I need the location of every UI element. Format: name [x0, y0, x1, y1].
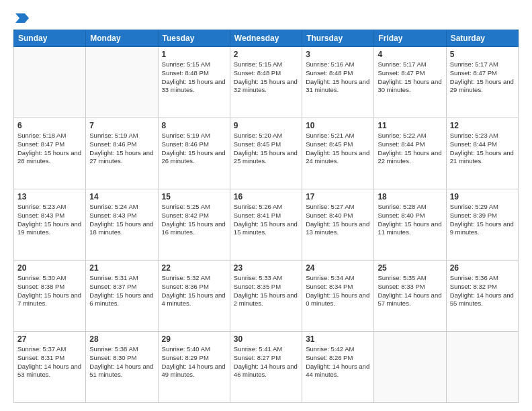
cell-info: Sunrise: 5:35 AMSunset: 8:33 PMDaylight:…	[378, 274, 442, 308]
cell-info: Sunrise: 5:17 AMSunset: 8:47 PMDaylight:…	[378, 60, 442, 95]
day-number: 19	[450, 192, 515, 201]
cell-info: Sunrise: 5:25 AMSunset: 8:42 PMDaylight:…	[162, 203, 226, 237]
day-number: 27	[17, 334, 82, 344]
calendar-cell: 22Sunrise: 5:32 AMSunset: 8:36 PMDayligh…	[158, 261, 230, 332]
calendar-cell: 4Sunrise: 5:17 AMSunset: 8:47 PMDaylight…	[374, 47, 446, 118]
day-number: 9	[234, 121, 298, 130]
cell-info: Sunrise: 5:40 AMSunset: 8:29 PMDaylight:…	[162, 345, 226, 379]
day-number: 4	[378, 50, 442, 59]
cell-info: Sunrise: 5:28 AMSunset: 8:40 PMDaylight:…	[378, 203, 442, 237]
calendar-cell: 28Sunrise: 5:38 AMSunset: 8:30 PMDayligh…	[86, 332, 158, 403]
day-number: 10	[306, 121, 370, 130]
calendar-cell: 16Sunrise: 5:26 AMSunset: 8:41 PMDayligh…	[230, 189, 302, 261]
calendar-cell: 19Sunrise: 5:29 AMSunset: 8:39 PMDayligh…	[446, 189, 518, 261]
calendar-cell: 24Sunrise: 5:34 AMSunset: 8:34 PMDayligh…	[302, 261, 374, 332]
cell-info: Sunrise: 5:31 AMSunset: 8:37 PMDaylight:…	[89, 274, 154, 308]
day-number: 22	[162, 263, 226, 273]
calendar-cell	[374, 332, 446, 403]
cell-info: Sunrise: 5:18 AMSunset: 8:47 PMDaylight:…	[17, 132, 82, 166]
weekday-header-thursday: Thursday	[302, 30, 374, 47]
calendar-cell: 12Sunrise: 5:23 AMSunset: 8:44 PMDayligh…	[446, 118, 518, 189]
day-number: 1	[162, 50, 226, 59]
cell-info: Sunrise: 5:33 AMSunset: 8:35 PMDaylight:…	[234, 274, 298, 308]
day-number: 20	[17, 263, 82, 273]
day-number: 8	[162, 121, 226, 130]
weekday-header-tuesday: Tuesday	[158, 30, 230, 47]
calendar-cell: 18Sunrise: 5:28 AMSunset: 8:40 PMDayligh…	[374, 189, 446, 261]
calendar-week-3: 13Sunrise: 5:23 AMSunset: 8:43 PMDayligh…	[14, 189, 519, 261]
day-number: 12	[450, 121, 515, 130]
weekday-header-monday: Monday	[86, 30, 158, 47]
cell-info: Sunrise: 5:22 AMSunset: 8:44 PMDaylight:…	[378, 132, 442, 166]
calendar-cell: 6Sunrise: 5:18 AMSunset: 8:47 PMDaylight…	[14, 118, 86, 189]
cell-info: Sunrise: 5:34 AMSunset: 8:34 PMDaylight:…	[306, 274, 370, 308]
logo-arrow-icon	[15, 12, 29, 24]
cell-info: Sunrise: 5:20 AMSunset: 8:45 PMDaylight:…	[234, 132, 298, 166]
calendar-table: SundayMondayTuesdayWednesdayThursdayFrid…	[13, 30, 519, 403]
day-number: 31	[306, 334, 370, 344]
weekday-header-wednesday: Wednesday	[230, 30, 302, 47]
day-number: 7	[89, 121, 154, 130]
day-number: 17	[306, 192, 370, 201]
calendar-cell: 3Sunrise: 5:16 AMSunset: 8:48 PMDaylight…	[302, 47, 374, 118]
calendar-cell: 17Sunrise: 5:27 AMSunset: 8:40 PMDayligh…	[302, 189, 374, 261]
cell-info: Sunrise: 5:19 AMSunset: 8:46 PMDaylight:…	[162, 132, 226, 166]
cell-info: Sunrise: 5:36 AMSunset: 8:32 PMDaylight:…	[450, 274, 515, 308]
calendar-cell: 31Sunrise: 5:42 AMSunset: 8:26 PMDayligh…	[302, 332, 374, 403]
day-number: 25	[378, 263, 442, 273]
calendar-cell: 7Sunrise: 5:19 AMSunset: 8:46 PMDaylight…	[86, 118, 158, 189]
weekday-header-friday: Friday	[374, 30, 446, 47]
calendar-cell: 13Sunrise: 5:23 AMSunset: 8:43 PMDayligh…	[14, 189, 86, 261]
cell-info: Sunrise: 5:30 AMSunset: 8:38 PMDaylight:…	[17, 274, 82, 308]
cell-info: Sunrise: 5:15 AMSunset: 8:48 PMDaylight:…	[234, 60, 298, 95]
calendar-cell: 20Sunrise: 5:30 AMSunset: 8:38 PMDayligh…	[14, 261, 86, 332]
day-number: 5	[450, 50, 515, 59]
day-number: 28	[89, 334, 154, 344]
cell-info: Sunrise: 5:15 AMSunset: 8:48 PMDaylight:…	[162, 60, 226, 95]
cell-info: Sunrise: 5:17 AMSunset: 8:47 PMDaylight:…	[450, 60, 515, 95]
calendar-cell: 10Sunrise: 5:21 AMSunset: 8:45 PMDayligh…	[302, 118, 374, 189]
cell-info: Sunrise: 5:41 AMSunset: 8:27 PMDaylight:…	[234, 345, 298, 379]
calendar-cell: 2Sunrise: 5:15 AMSunset: 8:48 PMDaylight…	[230, 47, 302, 118]
cell-info: Sunrise: 5:42 AMSunset: 8:26 PMDaylight:…	[306, 345, 370, 379]
cell-info: Sunrise: 5:24 AMSunset: 8:43 PMDaylight:…	[89, 203, 154, 237]
calendar-cell: 25Sunrise: 5:35 AMSunset: 8:33 PMDayligh…	[374, 261, 446, 332]
day-number: 14	[89, 192, 154, 201]
page: SundayMondayTuesdayWednesdayThursdayFrid…	[0, 0, 532, 411]
day-number: 11	[378, 121, 442, 130]
logo	[13, 11, 29, 23]
day-number: 29	[162, 334, 226, 344]
calendar-cell: 27Sunrise: 5:37 AMSunset: 8:31 PMDayligh…	[14, 332, 86, 403]
day-number: 23	[234, 263, 298, 273]
day-number: 30	[234, 334, 298, 344]
cell-info: Sunrise: 5:37 AMSunset: 8:31 PMDaylight:…	[17, 345, 82, 379]
day-number: 16	[234, 192, 298, 201]
calendar-week-2: 6Sunrise: 5:18 AMSunset: 8:47 PMDaylight…	[14, 118, 519, 189]
calendar-cell: 23Sunrise: 5:33 AMSunset: 8:35 PMDayligh…	[230, 261, 302, 332]
cell-info: Sunrise: 5:21 AMSunset: 8:45 PMDaylight:…	[306, 132, 370, 166]
cell-info: Sunrise: 5:26 AMSunset: 8:41 PMDaylight:…	[234, 203, 298, 237]
day-number: 26	[450, 263, 515, 273]
cell-info: Sunrise: 5:16 AMSunset: 8:48 PMDaylight:…	[306, 60, 370, 95]
day-number: 2	[234, 50, 298, 59]
calendar-cell: 11Sunrise: 5:22 AMSunset: 8:44 PMDayligh…	[374, 118, 446, 189]
cell-info: Sunrise: 5:19 AMSunset: 8:46 PMDaylight:…	[89, 132, 154, 166]
svg-marker-0	[15, 13, 29, 23]
day-number: 18	[378, 192, 442, 201]
day-number: 24	[306, 263, 370, 273]
calendar-cell: 9Sunrise: 5:20 AMSunset: 8:45 PMDaylight…	[230, 118, 302, 189]
calendar-week-1: 1Sunrise: 5:15 AMSunset: 8:48 PMDaylight…	[14, 47, 519, 118]
calendar-week-5: 27Sunrise: 5:37 AMSunset: 8:31 PMDayligh…	[14, 332, 519, 403]
calendar-cell: 30Sunrise: 5:41 AMSunset: 8:27 PMDayligh…	[230, 332, 302, 403]
weekday-header-saturday: Saturday	[446, 30, 518, 47]
cell-info: Sunrise: 5:27 AMSunset: 8:40 PMDaylight:…	[306, 203, 370, 237]
day-number: 6	[17, 121, 82, 130]
day-number: 3	[306, 50, 370, 59]
calendar-cell: 15Sunrise: 5:25 AMSunset: 8:42 PMDayligh…	[158, 189, 230, 261]
calendar-cell	[14, 47, 86, 118]
weekday-header-sunday: Sunday	[14, 30, 86, 47]
calendar-cell: 14Sunrise: 5:24 AMSunset: 8:43 PMDayligh…	[86, 189, 158, 261]
calendar-cell	[446, 332, 518, 403]
calendar-cell: 8Sunrise: 5:19 AMSunset: 8:46 PMDaylight…	[158, 118, 230, 189]
cell-info: Sunrise: 5:23 AMSunset: 8:43 PMDaylight:…	[17, 203, 82, 237]
